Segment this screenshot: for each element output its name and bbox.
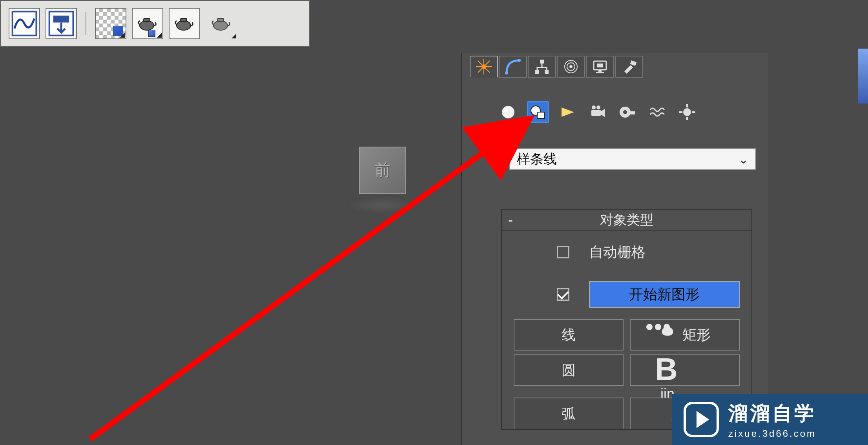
scrollbar-strip[interactable] bbox=[858, 49, 868, 104]
camera-icon bbox=[589, 104, 606, 121]
svg-point-15 bbox=[518, 59, 521, 62]
shapes-icon bbox=[529, 104, 547, 121]
subcat-shapes[interactable] bbox=[527, 101, 549, 123]
watermark-url: zixue.3d66.com bbox=[728, 428, 816, 439]
hierarchy-icon bbox=[533, 58, 551, 75]
dropdown-label: 样条线 bbox=[517, 150, 557, 168]
spline-type-dropdown[interactable]: 样条线 ⌄ bbox=[509, 148, 756, 170]
b-overlay: B bbox=[655, 351, 678, 387]
teapot-icon bbox=[136, 14, 159, 33]
svg-rect-30 bbox=[537, 112, 544, 118]
paw-overlay-icon bbox=[646, 324, 673, 336]
svg-point-13 bbox=[481, 64, 486, 69]
watermark: 溜溜自学 zixue.3d66.com bbox=[672, 394, 868, 445]
wave-icon bbox=[649, 104, 666, 121]
svg-rect-38 bbox=[686, 104, 688, 107]
svg-point-35 bbox=[623, 110, 627, 114]
viewcube[interactable]: 前 bbox=[345, 135, 424, 202]
teapot-icon bbox=[173, 14, 196, 33]
rectangle-label: 矩形 bbox=[682, 325, 711, 345]
start-new-shape-checkbox[interactable] bbox=[557, 288, 569, 301]
svg-rect-6 bbox=[181, 18, 187, 22]
autogrid-label: 自动栅格 bbox=[589, 243, 646, 262]
circle-label: 圆 bbox=[562, 361, 576, 380]
tab-hierarchy[interactable] bbox=[528, 56, 556, 78]
start-new-shape-label: 开始新图形 bbox=[629, 285, 700, 304]
svg-rect-16 bbox=[540, 60, 544, 64]
play-icon bbox=[684, 402, 719, 437]
watermark-title: 溜溜自学 bbox=[728, 400, 816, 427]
subcat-lights[interactable] bbox=[557, 101, 579, 123]
render-preview-3-button[interactable] bbox=[206, 8, 237, 39]
viewcube-shadow bbox=[349, 198, 416, 213]
rollout-header[interactable]: - 对象类型 bbox=[502, 210, 751, 231]
svg-rect-31 bbox=[591, 110, 601, 116]
ring-button[interactable]: B jin bbox=[630, 354, 740, 386]
arc-button[interactable]: 弧 bbox=[514, 398, 624, 429]
subcategory-row bbox=[462, 78, 768, 123]
toolbar-divider bbox=[86, 12, 86, 35]
svg-point-7 bbox=[213, 21, 228, 30]
svg-rect-24 bbox=[598, 70, 602, 72]
viewcube-face[interactable]: 前 bbox=[359, 147, 406, 194]
command-panel: 样条线 ⌄ - 对象类型 自动栅格 开始新图形 线 bbox=[461, 53, 768, 445]
svg-rect-26 bbox=[630, 60, 637, 66]
svg-point-5 bbox=[177, 21, 191, 30]
circle-button[interactable]: 圆 bbox=[514, 354, 624, 386]
svg-point-21 bbox=[569, 65, 573, 68]
svg-rect-17 bbox=[535, 70, 539, 74]
shape-button-row-2: 圆 B jin bbox=[514, 354, 740, 386]
curve-editor-icon bbox=[9, 9, 39, 38]
svg-rect-18 bbox=[545, 70, 549, 74]
svg-point-32 bbox=[592, 105, 596, 109]
svg-point-33 bbox=[596, 105, 600, 109]
svg-rect-4 bbox=[144, 18, 150, 22]
curve-editor-button[interactable] bbox=[9, 8, 40, 39]
svg-rect-8 bbox=[217, 18, 224, 22]
svg-rect-36 bbox=[630, 111, 635, 114]
start-new-shape-row: 开始新图形 bbox=[514, 278, 740, 311]
tab-create[interactable] bbox=[470, 56, 498, 78]
render-preview-1-button[interactable] bbox=[132, 8, 163, 39]
subcat-systems[interactable] bbox=[676, 101, 698, 123]
tab-display[interactable] bbox=[586, 56, 614, 78]
render-badge-icon bbox=[148, 30, 155, 37]
arc-label: 弧 bbox=[562, 404, 576, 423]
category-tabs bbox=[462, 53, 768, 78]
line-button[interactable]: 线 bbox=[514, 319, 624, 351]
hammer-icon bbox=[620, 58, 638, 75]
svg-point-37 bbox=[683, 108, 691, 116]
svg-point-3 bbox=[140, 21, 154, 30]
subcat-helpers[interactable] bbox=[616, 101, 638, 123]
svg-point-28 bbox=[503, 108, 508, 112]
material-swatch-icon bbox=[113, 26, 123, 36]
tab-modify[interactable] bbox=[499, 56, 527, 78]
line-label: 线 bbox=[562, 325, 576, 345]
light-icon bbox=[559, 104, 576, 121]
tab-utilities[interactable] bbox=[615, 56, 643, 78]
svg-point-14 bbox=[505, 71, 508, 74]
subcat-geometry[interactable] bbox=[497, 101, 519, 123]
viewport[interactable]: 前 bbox=[0, 49, 461, 445]
rollout-title: 对象类型 bbox=[502, 211, 751, 229]
modify-icon bbox=[504, 58, 522, 75]
material-editor-button[interactable] bbox=[95, 8, 126, 39]
rectangle-button[interactable]: 矩形 bbox=[630, 319, 740, 351]
top-toolbar bbox=[0, 0, 310, 47]
shape-button-row-1: 线 矩形 bbox=[514, 319, 740, 351]
autogrid-row: 自动栅格 bbox=[514, 238, 740, 266]
gear-icon bbox=[678, 104, 696, 121]
svg-rect-39 bbox=[686, 117, 688, 120]
svg-rect-25 bbox=[596, 72, 604, 73]
subcat-spacewarps[interactable] bbox=[646, 101, 668, 123]
dope-sheet-button[interactable] bbox=[46, 8, 77, 39]
render-preview-2-button[interactable] bbox=[169, 8, 200, 39]
autogrid-checkbox[interactable] bbox=[557, 246, 569, 258]
tab-motion[interactable] bbox=[557, 56, 585, 78]
tape-icon bbox=[619, 104, 636, 121]
collapse-icon: - bbox=[508, 213, 513, 227]
svg-point-27 bbox=[502, 106, 514, 118]
subcat-cameras[interactable] bbox=[587, 101, 609, 123]
dope-sheet-icon bbox=[46, 9, 76, 38]
start-new-shape-button[interactable]: 开始新图形 bbox=[589, 281, 740, 308]
